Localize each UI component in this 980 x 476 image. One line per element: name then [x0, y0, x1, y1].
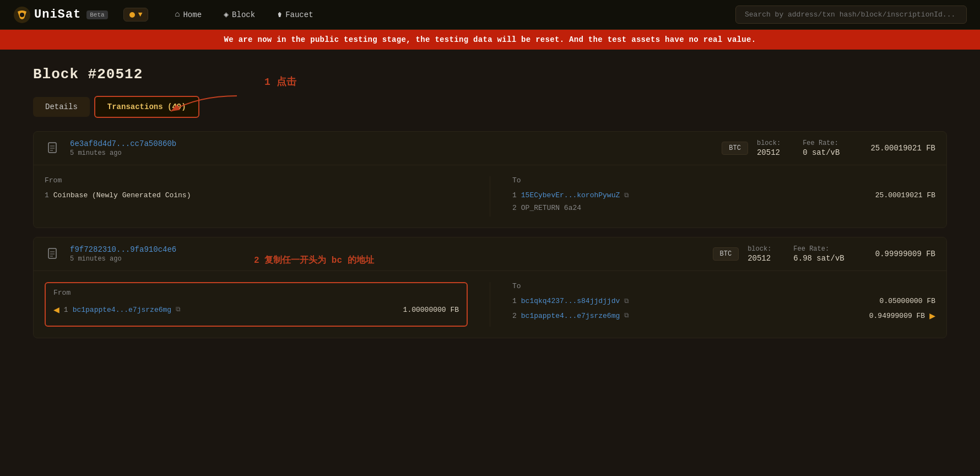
tx-to-2: To 1 bc1qkq4237...s84jjdjjdv ⧉ 0.0500000… — [512, 282, 935, 327]
copy-icon-from-2-0[interactable]: ⧉ — [176, 306, 181, 313]
search-input[interactable] — [735, 6, 967, 24]
tx-block-value-2: 20512 — [748, 254, 771, 263]
tx-to-addr-1-0[interactable]: 15ECybevEr...korohPywuZ — [521, 191, 620, 199]
block-label: Block — [232, 10, 255, 19]
beta-badge: Beta — [86, 10, 107, 19]
tx-block-value-1: 20512 — [757, 148, 780, 157]
tx-from-highlight-2: From ◀ 1 bc1pappte4...e7jsrze6mg ⧉ 1.000… — [45, 282, 468, 327]
network-selector[interactable]: ▼ — [123, 8, 149, 21]
tx-to-num-1-1: 2 — [512, 204, 517, 212]
tx-op-return: OP_RETURN 6a24 — [521, 204, 581, 212]
network-label: ▼ — [138, 10, 143, 19]
annotation-1-text: 1 点击 — [264, 75, 296, 88]
left-arrow-icon: ◀ — [53, 304, 59, 316]
annotation-arrow — [165, 90, 242, 120]
tx-from-entry-1-0: 1 Coinbase (Newly Generated Coins) — [45, 191, 468, 199]
home-icon: ⌂ — [175, 10, 180, 19]
tx-to-label-2: To — [512, 282, 935, 290]
copy-icon-to-2-1[interactable]: ⧉ — [624, 312, 629, 320]
tx-to-amount-row-2-1: 0.94999009 FB ▶ — [869, 310, 935, 322]
tx-to-num-2-1: 2 — [512, 312, 517, 320]
tx-to-left-1-1: 2 OP_RETURN 6a24 — [512, 204, 581, 212]
tx-to-entry-2-0: 1 bc1qkq4237...s84jjdjjdv ⧉ 0.05000000 F… — [512, 297, 935, 305]
tx-from-addr-2-0[interactable]: bc1pappte4...e7jsrze6mg — [73, 306, 171, 314]
tx-time-2: 5 minutes ago — [70, 255, 704, 263]
block-link[interactable]: ◈ Block — [213, 5, 266, 24]
tab-details[interactable]: Details — [33, 97, 90, 117]
copy-icon-1-0[interactable]: ⧉ — [624, 192, 629, 199]
tx-from-1: From 1 Coinbase (Newly Generated Coins) — [45, 176, 468, 217]
svg-point-1 — [20, 13, 24, 17]
tx-from-entry-2-0: ◀ 1 bc1pappte4...e7jsrze6mg ⧉ 1.00000000… — [53, 304, 459, 316]
tx-to-left-1-0: 1 15ECybevEr...korohPywuZ ⧉ — [512, 191, 629, 199]
svg-rect-7 — [48, 248, 56, 258]
block-icon: ◈ — [224, 9, 229, 20]
home-label: Home — [183, 10, 202, 19]
transaction-card-1: 6e3af8d4d7...cc7a50860b 5 minutes ago BT… — [33, 131, 947, 228]
tx-time-1: 5 minutes ago — [70, 149, 713, 157]
tx-divider-1 — [490, 176, 490, 217]
tx-to-amount-2-1: 0.94999009 FB — [869, 312, 925, 320]
faucet-icon: ⚱ — [277, 9, 282, 20]
tx-block-1: block: 20512 — [757, 139, 781, 157]
home-link[interactable]: ⌂ Home — [164, 6, 213, 24]
tx-from-label-1: From — [45, 176, 468, 185]
annotation-1: 1 点击 — [264, 75, 296, 88]
tx-amount-1: 25.00019021 FB — [870, 144, 935, 153]
logo-text: UniSat — [34, 8, 81, 21]
tx-feerate-value-1: 0 sat/vB — [803, 148, 840, 157]
tabs-row: Details Transactions (49) 1 点击 — [33, 96, 947, 118]
annotation-2-text: 2 复制任一开头为 bc 的地址 — [254, 256, 374, 266]
annotation-2: 2 复制任一开头为 bc 的地址 — [254, 255, 374, 266]
tx-feerate-label-1: Fee Rate: — [803, 139, 838, 147]
unisat-logo-icon — [13, 6, 31, 24]
transaction-card-2: f9f7282310...9fa910c4e6 5 minutes ago BT… — [33, 237, 947, 338]
tx-to-entry-1-0: 1 15ECybevEr...korohPywuZ ⧉ 25.00019021 … — [512, 191, 935, 199]
network-dot — [129, 12, 135, 18]
tx-hash-2[interactable]: f9f7282310...9fa910c4e6 — [70, 245, 176, 254]
tx-from-2: From ◀ 1 bc1pappte4...e7jsrze6mg ⧉ 1.000… — [45, 282, 468, 327]
tx-to-entry-2-1: 2 bc1pappte4...e7jsrze6mg ⧉ 0.94999009 F… — [512, 310, 935, 322]
tx-header-2: f9f7282310...9fa910c4e6 5 minutes ago BT… — [34, 237, 946, 271]
tx-coinbase-text: Coinbase (Newly Generated Coins) — [53, 191, 191, 199]
tx-block-2: block: 20512 — [748, 245, 771, 263]
tx-doc-icon-2 — [45, 246, 61, 262]
tx-info-2: f9f7282310...9fa910c4e6 5 minutes ago — [70, 245, 704, 263]
tx-to-num-1-0: 1 — [512, 191, 517, 199]
tx-info-1: 6e3af8d4d7...cc7a50860b 5 minutes ago — [70, 139, 713, 157]
tx-body-2: 2 复制任一开头为 bc 的地址 From ◀ 1 bc1pappte4...e… — [34, 271, 946, 338]
tx-header-1: 6e3af8d4d7...cc7a50860b 5 minutes ago BT… — [34, 132, 946, 165]
tx-to-1: To 1 15ECybevEr...korohPywuZ ⧉ 25.000190… — [512, 176, 935, 217]
tx-doc-icon-1 — [45, 140, 61, 156]
tx-from-num-1-0: 1 — [45, 191, 49, 199]
tx-to-label-1: To — [512, 176, 935, 185]
nav-links: ⌂ Home ◈ Block ⚱ Faucet — [164, 5, 324, 24]
arrow-svg — [165, 90, 242, 118]
tx-amount-2: 0.99999009 FB — [875, 250, 935, 258]
tx-from-num-2-0: 1 — [64, 306, 68, 314]
faucet-link[interactable]: ⚱ Faucet — [266, 5, 324, 24]
svg-rect-3 — [48, 143, 56, 153]
tx-feerate-value-2: 6.98 sat/vB — [793, 254, 844, 263]
banner-text: We are now in the public testing stage, … — [224, 35, 756, 44]
main-content: Block #20512 Details Transactions (49) 1… — [0, 50, 980, 364]
tx-to-entry-1-1: 2 OP_RETURN 6a24 — [512, 204, 935, 212]
right-arrow-icon: ▶ — [929, 310, 935, 322]
navbar: UniSat Beta ▼ ⌂ Home ◈ Block ⚱ Faucet — [0, 0, 980, 30]
tx-to-addr-2-1[interactable]: bc1pappte4...e7jsrze6mg — [521, 312, 620, 320]
tx-meta-2: block: 20512 Fee Rate: 6.98 sat/vB — [748, 245, 844, 263]
tx-block-label-2: block: — [748, 245, 771, 253]
tx-hash-1[interactable]: 6e3af8d4d7...cc7a50860b — [70, 139, 176, 148]
copy-icon-to-2-0[interactable]: ⧉ — [624, 298, 629, 305]
tx-to-amount-2-0: 0.05000000 FB — [880, 297, 935, 305]
tx-feerate-label-2: Fee Rate: — [793, 245, 829, 253]
tx-meta-1: block: 20512 Fee Rate: 0 sat/vB — [757, 139, 840, 157]
tx-to-left-2-0: 1 bc1qkq4237...s84jjdjjdv ⧉ — [512, 297, 629, 305]
tx-feerate-2: Fee Rate: 6.98 sat/vB — [793, 245, 844, 263]
faucet-label: Faucet — [285, 10, 313, 19]
tx-block-label-1: block: — [757, 139, 781, 147]
page-title: Block #20512 — [33, 66, 947, 83]
tx-to-num-2-0: 1 — [512, 297, 517, 305]
tx-to-addr-2-0[interactable]: bc1qkq4237...s84jjdjjdv — [521, 297, 620, 305]
logo[interactable]: UniSat Beta — [13, 6, 108, 24]
